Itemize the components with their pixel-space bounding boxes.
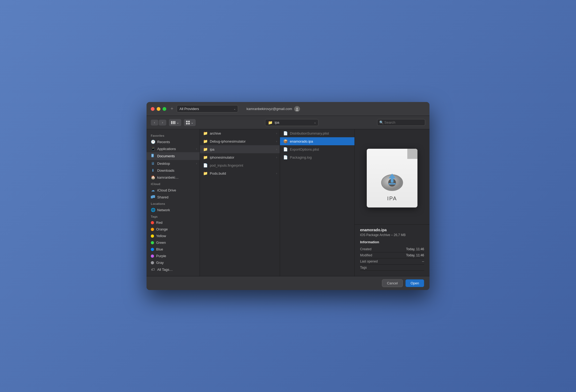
- svg-rect-2: [171, 121, 172, 124]
- sidebar-item-icloud-drive[interactable]: ☁ iCloud Drive: [147, 187, 200, 194]
- svg-point-0: [296, 108, 298, 109]
- sidebar-item-tag-all[interactable]: 🏷 All Tags…: [147, 266, 200, 273]
- forward-button[interactable]: ›: [159, 120, 166, 126]
- ipa-preview-box: IPA: [367, 149, 417, 207]
- file-chevron: ›: [276, 156, 277, 159]
- folder-icon: 📁: [203, 139, 208, 143]
- home-icon: 🏠: [151, 175, 155, 179]
- green-dot: [151, 241, 154, 244]
- sidebar-item-home[interactable]: 🏠 kamranbeki…: [147, 174, 200, 181]
- minimize-button[interactable]: [157, 107, 160, 111]
- file-item-debug[interactable]: 📁 Debug-iphonesimulator ›: [200, 137, 280, 145]
- ipa-label: IPA: [387, 195, 397, 202]
- tag-label: Yellow: [156, 234, 166, 238]
- row-value: Today, 11:46: [406, 253, 424, 257]
- desktop-chevron: ›: [196, 162, 197, 165]
- row-label: Created: [360, 247, 372, 251]
- svg-rect-7: [186, 123, 188, 124]
- svg-rect-8: [188, 123, 190, 124]
- network-icon: 🌐: [151, 208, 155, 212]
- finder-window: + All Providers ⌄ kamranbekirovyz@gmail.…: [147, 102, 429, 290]
- provider-chevron: ⌄: [234, 107, 236, 110]
- preview-row-tags: Tags: [360, 265, 424, 271]
- file-item-iphonesimulator[interactable]: 📁 iphonesimulator ›: [200, 153, 280, 161]
- file-item-ipa[interactable]: 📁 ipa ›: [200, 145, 280, 153]
- file-doc-icon: 📄: [283, 155, 288, 159]
- close-button[interactable]: [151, 107, 155, 111]
- sidebar-item-documents[interactable]: Documents: [147, 152, 200, 160]
- downloads-icon: ⬇: [151, 168, 155, 173]
- svg-rect-10: [152, 155, 153, 155]
- provider-label: All Providers: [180, 107, 199, 111]
- blue-dot: [151, 248, 154, 251]
- tag-label: Gray: [156, 261, 164, 265]
- file-panels: 📁 archive › 📁 Debug-iphonesimulator › 📁 …: [200, 129, 429, 276]
- purple-dot: [151, 254, 154, 258]
- svg-point-1: [296, 109, 298, 111]
- row-label: Last opened: [360, 260, 378, 263]
- shared-icon: [151, 195, 155, 199]
- file-item-pod-inputs[interactable]: 📄 pod_inputs.fingerprint: [200, 161, 280, 169]
- add-tab-button[interactable]: +: [171, 106, 173, 112]
- sidebar-item-downloads[interactable]: ⬇ Downloads: [147, 167, 200, 174]
- sidebar-item-label: Desktop: [157, 162, 170, 166]
- file-doc-icon: 📄: [283, 147, 288, 151]
- sidebar-item-tag-gray[interactable]: Gray: [147, 259, 200, 266]
- view-columns-button[interactable]: ⌄: [169, 119, 181, 126]
- sidebar-item-tag-green[interactable]: Green: [147, 239, 200, 246]
- sidebar-item-label: Recents: [157, 140, 170, 144]
- file-item-exportoptions[interactable]: 📄 ExportOptions.plist: [280, 145, 354, 153]
- sidebar-item-tag-red[interactable]: Red: [147, 219, 200, 226]
- sidebar-item-tag-purple[interactable]: Purple: [147, 253, 200, 259]
- view-grid-button[interactable]: ⌄: [184, 119, 196, 126]
- bottom-bar: Cancel Open: [147, 276, 429, 290]
- yellow-dot: [151, 234, 154, 238]
- sidebar-item-label: kamranbeki…: [157, 175, 179, 179]
- file-name: ipa: [210, 147, 214, 151]
- file-name: ExportOptions.plist: [290, 147, 319, 151]
- tag-label: Red: [156, 221, 163, 225]
- desktop-icon: 🖥: [151, 161, 155, 166]
- file-item-packaging-log[interactable]: 📄 Packaging.log: [280, 153, 354, 161]
- sidebar-item-desktop[interactable]: 🖥 Desktop ›: [147, 160, 200, 167]
- user-area: kamranbekirovyz@gmail.com: [247, 106, 300, 112]
- cancel-button[interactable]: Cancel: [382, 279, 403, 287]
- file-item-archive[interactable]: 📁 archive ›: [200, 129, 280, 137]
- file-name: enamorado.ipa: [290, 139, 313, 143]
- tag-label: Purple: [156, 254, 166, 258]
- sidebar-item-applications[interactable]: 📱 Applications ›: [147, 145, 200, 152]
- sidebar-item-tag-yellow[interactable]: Yellow: [147, 233, 200, 239]
- file-item-distributionsummary[interactable]: 📄 DistributionSummary.plist: [280, 129, 354, 137]
- location-chevron: ⌄: [314, 121, 316, 124]
- right-file-column: 📄 DistributionSummary.plist 📦 enamorado.…: [280, 129, 355, 276]
- locations-label: Locations: [147, 201, 200, 206]
- titlebar: + All Providers ⌄ kamranbekirovyz@gmail.…: [147, 102, 429, 116]
- recents-icon: 🕐: [151, 140, 155, 144]
- red-dot: [151, 221, 154, 224]
- icloud-label: iCloud: [147, 181, 200, 187]
- location-bar[interactable]: 📁 ipa ⌄: [265, 119, 318, 126]
- orange-dot: [151, 228, 154, 231]
- back-button[interactable]: ‹: [151, 120, 158, 126]
- file-name: Pods.build: [210, 171, 226, 175]
- user-avatar[interactable]: [294, 106, 300, 112]
- sidebar-item-tag-blue[interactable]: Blue: [147, 246, 200, 253]
- file-name: Debug-iphonesimulator: [210, 139, 246, 143]
- sidebar-item-network[interactable]: 🌐 Network: [147, 206, 200, 213]
- gray-dot: [151, 261, 154, 264]
- sidebar-item-recents[interactable]: 🕐 Recents: [147, 138, 200, 145]
- sidebar-item-tag-orange[interactable]: Orange: [147, 226, 200, 233]
- search-wrapper: 🔍: [377, 119, 425, 126]
- open-button[interactable]: Open: [405, 279, 424, 287]
- preview-filename: enamorado.ipa: [360, 228, 424, 232]
- main-content: Favorites 🕐 Recents 📱 Applications ›: [147, 129, 429, 276]
- file-item-pods-build[interactable]: 📁 Pods.build ›: [200, 169, 280, 177]
- provider-dropdown[interactable]: All Providers ⌄: [177, 105, 238, 112]
- sidebar-item-shared[interactable]: Shared: [147, 194, 200, 201]
- corner-fold: [407, 149, 417, 159]
- file-item-enamorado-ipa[interactable]: 📦 enamorado.ipa: [280, 137, 354, 145]
- maximize-button[interactable]: [163, 107, 166, 111]
- preview-subtitle: iOS Package Archive – 26,7 MB: [360, 233, 424, 237]
- search-input[interactable]: [377, 119, 425, 126]
- ipa-icon-svg: [377, 169, 407, 195]
